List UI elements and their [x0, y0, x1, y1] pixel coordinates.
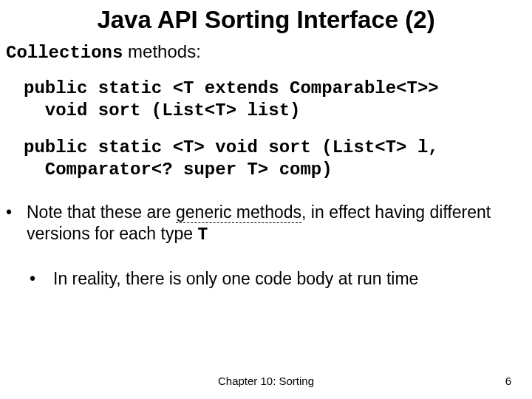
bullet-1: • Note that these are generic methods, i…: [0, 202, 532, 246]
slide-title: Java API Sorting Interface (2): [0, 0, 532, 34]
bullet-2-text: In reality, there is only one code body …: [53, 268, 418, 290]
bullet-marker: •: [30, 268, 53, 290]
code-signature-2: public static <T> void sort (List<T> l, …: [0, 137, 532, 181]
slide: Java API Sorting Interface (2) Collectio…: [0, 0, 532, 399]
bullet-2: • In reality, there is only one code bod…: [0, 268, 532, 290]
subtitle: Collections methods:: [0, 34, 532, 63]
footer-page-number: 6: [505, 375, 511, 387]
bullet-1-part-a: Note that these are: [27, 202, 176, 222]
subtitle-rest: methods:: [123, 41, 200, 61]
bullet-list: • Note that these are generic methods, i…: [0, 202, 532, 289]
bullet-1-code: T: [197, 225, 208, 245]
bullet-1-underline: generic methods: [176, 202, 301, 223]
code-signature-1: public static <T extends Comparable<T>> …: [0, 78, 532, 122]
bullet-1-text: Note that these are generic methods, in …: [27, 202, 532, 246]
subtitle-code: Collections: [6, 43, 123, 63]
footer-chapter: Chapter 10: Sorting: [0, 375, 532, 387]
bullet-marker: •: [6, 202, 27, 246]
